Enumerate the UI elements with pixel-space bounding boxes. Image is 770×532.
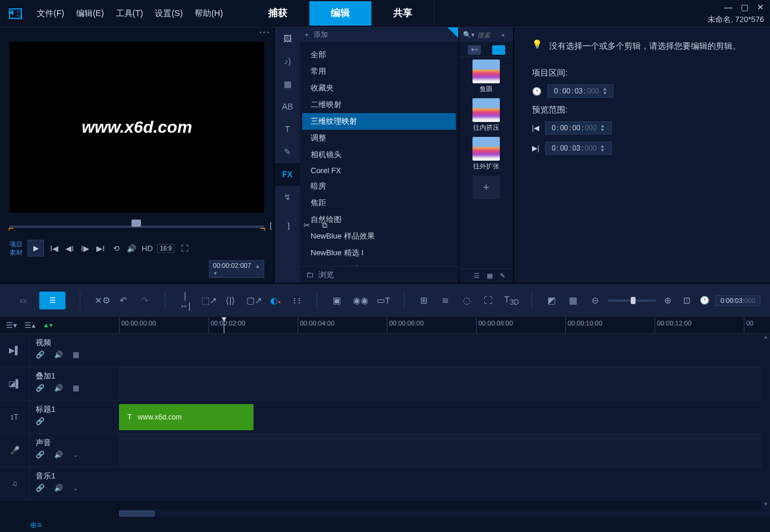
- category-item[interactable]: 焦距: [302, 195, 456, 211]
- track-options-1-icon[interactable]: ☰▾: [6, 321, 17, 330]
- aspect-selector[interactable]: 16:9: [157, 244, 174, 253]
- scroll-down-icon[interactable]: ▼: [762, 501, 770, 509]
- category-item[interactable]: NewBlue 精选 II: [302, 261, 456, 266]
- play-button[interactable]: ▶: [27, 240, 44, 256]
- category-item[interactable]: NewBlue 精选 I: [302, 245, 456, 261]
- track-lane[interactable]: [119, 467, 770, 500]
- audio-tool-icon[interactable]: ⫶⫶: [292, 295, 302, 305]
- track-type-icon[interactable]: ◪▌: [0, 367, 30, 400]
- subtitle-icon[interactable]: ▭T: [377, 295, 390, 306]
- redo-icon[interactable]: ↷: [140, 295, 151, 306]
- preview-viewport[interactable]: www.x6d.com: [10, 42, 264, 212]
- menu-file[interactable]: 文件(F): [37, 8, 64, 19]
- link-icon[interactable]: 🔗: [36, 450, 45, 459]
- hd-button[interactable]: HD: [142, 244, 152, 253]
- track-type-icon[interactable]: ♫: [0, 467, 30, 500]
- thumbnail-item[interactable]: 往内挤压: [462, 98, 511, 132]
- lib-tab-path[interactable]: ↯: [275, 186, 300, 208]
- preview-menu-dots[interactable]: • • •: [259, 29, 269, 36]
- volume-icon[interactable]: 🔊: [54, 450, 63, 459]
- track-options-2-icon[interactable]: ☰▴: [24, 321, 36, 330]
- mark-out-handle[interactable]: ¬: [260, 223, 265, 234]
- minimize-button[interactable]: —: [724, 2, 733, 12]
- track-type-icon[interactable]: ɪT: [0, 400, 30, 433]
- add-track-button[interactable]: ⊕≡: [30, 520, 42, 530]
- lib-tab-fx[interactable]: FX: [275, 163, 300, 186]
- browse-label[interactable]: 浏览: [318, 270, 334, 280]
- lib-tab-audio[interactable]: ♪): [275, 50, 300, 73]
- track-lane[interactable]: Twww.x6d.com: [119, 400, 770, 433]
- lib-tab-transition[interactable]: ▦: [275, 73, 300, 95]
- edit-icon[interactable]: ✎: [500, 272, 509, 280]
- zoom-in-icon[interactable]: ⊕: [662, 295, 675, 306]
- scroll-up-icon[interactable]: ▲: [762, 334, 770, 342]
- thumbnail-item[interactable]: 往外扩张: [462, 137, 511, 171]
- next-frame-icon[interactable]: I▶: [80, 244, 90, 253]
- lib-tab-graphic[interactable]: ✎: [275, 140, 300, 163]
- expand-icon[interactable]: ⛶: [179, 244, 190, 253]
- add-thumbnail-button[interactable]: +: [472, 176, 500, 199]
- menu-edit[interactable]: 编辑(E): [76, 8, 104, 19]
- volume-icon[interactable]: 🔊: [54, 351, 63, 359]
- preview-mode-labels[interactable]: 项目 素材: [10, 240, 23, 256]
- volume-icon[interactable]: 🔊: [54, 484, 63, 492]
- chapter-icon[interactable]: ▣: [331, 295, 342, 306]
- menu-settings[interactable]: 设置(S): [155, 8, 183, 19]
- link-icon[interactable]: 🔗: [36, 417, 45, 425]
- scrub-bar[interactable]: ⌐ ¬ [ ] ✂ ⧉: [10, 217, 264, 237]
- thumbnail-item[interactable]: 鱼眼: [462, 60, 511, 93]
- volume-icon[interactable]: 🔊: [126, 244, 137, 253]
- category-item[interactable]: NewBlue 样品效果: [302, 228, 456, 245]
- link-icon[interactable]: 🔗: [36, 351, 45, 359]
- 3d-title-icon[interactable]: T3D: [504, 294, 517, 306]
- zoom-slider[interactable]: [608, 299, 656, 302]
- add-media-button[interactable]: ✦+: [468, 45, 481, 55]
- prev-frame-icon[interactable]: ◀I: [64, 244, 75, 253]
- zoom-out-icon[interactable]: ⊖: [589, 295, 602, 306]
- menu-tools[interactable]: 工具(T): [116, 8, 143, 19]
- marker-add-icon[interactable]: ▲▾: [43, 321, 53, 329]
- close-button[interactable]: ✕: [757, 2, 764, 12]
- maximize-button[interactable]: ▢: [741, 2, 749, 12]
- multi-view-icon[interactable]: ⊞: [419, 295, 430, 306]
- tab-edit[interactable]: 编辑: [309, 1, 372, 26]
- category-item[interactable]: 调整: [302, 130, 456, 146]
- timeline-ruler[interactable]: 00:00:00:0000:00:02:0000:00:04:0000:00:0…: [119, 317, 770, 333]
- range-start-icon[interactable]: |◀: [532, 124, 539, 132]
- scrub-handle[interactable]: [132, 220, 141, 227]
- mark-out-icon[interactable]: ]: [283, 221, 294, 230]
- fit-width-icon[interactable]: |↔|: [179, 290, 190, 311]
- fx-toggle-icon[interactable]: ▦: [73, 384, 79, 392]
- category-item[interactable]: 相机镜头: [302, 146, 456, 163]
- add-category-label[interactable]: 添加: [314, 30, 328, 40]
- fit-timeline-icon[interactable]: ⊡: [681, 295, 694, 306]
- tab-capture[interactable]: 捕获: [247, 1, 309, 26]
- chevron-down-icon[interactable]: ⌄: [73, 450, 79, 459]
- tool-settings-icon[interactable]: ✕⚙: [95, 295, 108, 306]
- track-lane[interactable]: [119, 367, 770, 400]
- range-end-icon[interactable]: ▶|: [532, 144, 539, 152]
- lib-tab-media[interactable]: 🖼: [275, 27, 300, 50]
- mark-in-handle[interactable]: ⌐: [8, 223, 14, 234]
- mark-in-icon[interactable]: [: [265, 221, 276, 230]
- search-icon[interactable]: 🔍▾: [463, 31, 475, 39]
- split-screen-icon[interactable]: ◩: [546, 295, 557, 306]
- track-type-icon[interactable]: ▶▌: [0, 334, 30, 367]
- lib-tab-text[interactable]: T: [275, 118, 300, 140]
- horizontal-scrollbar[interactable]: [119, 509, 770, 518]
- chevron-down-icon[interactable]: ⌄: [73, 484, 79, 492]
- category-item[interactable]: 全部: [302, 46, 456, 63]
- pin-corner-icon[interactable]: [447, 27, 458, 38]
- search-input[interactable]: [477, 32, 499, 39]
- tab-share[interactable]: 共享: [372, 1, 434, 26]
- view-grid-icon[interactable]: ▦: [487, 272, 496, 280]
- menu-help[interactable]: 帮助(H): [195, 8, 223, 19]
- link-icon[interactable]: 🔗: [36, 384, 45, 392]
- link-icon[interactable]: 🔗: [36, 484, 45, 492]
- add-icon[interactable]: +: [305, 31, 309, 39]
- track-lane[interactable]: [119, 434, 770, 467]
- transition-icon[interactable]: ▢↗: [246, 295, 259, 306]
- preview-timecode[interactable]: 00:00:02:007 ▲▼: [209, 260, 264, 278]
- split-icon[interactable]: ✂: [301, 221, 312, 230]
- category-item[interactable]: 常用: [302, 63, 456, 80]
